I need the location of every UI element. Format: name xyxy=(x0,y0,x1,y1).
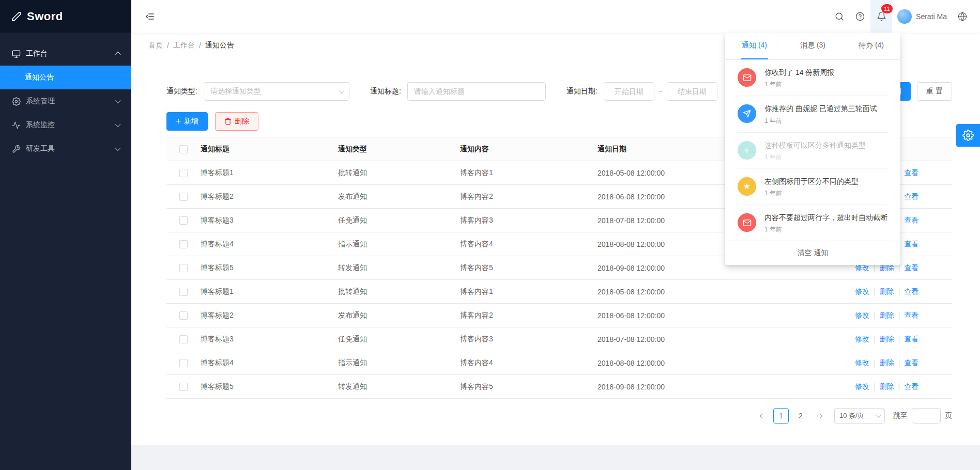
trash-icon xyxy=(224,118,232,125)
row-checkbox[interactable] xyxy=(179,288,188,296)
sidebar-item-label: 系统监控 xyxy=(26,120,116,130)
mail-icon xyxy=(738,213,756,232)
notice-title-input[interactable] xyxy=(407,82,546,101)
row-delete-link[interactable]: 删除 xyxy=(880,358,894,367)
notification-title: 你推荐的 曲妮妮 已通过第三轮面试 xyxy=(764,103,877,114)
next-page-button[interactable] xyxy=(813,408,827,424)
date-range-separator: ~ xyxy=(659,87,663,96)
cell-type: 任免通知 xyxy=(338,327,460,351)
add-button[interactable]: + 新增 xyxy=(166,112,208,131)
language-globe-icon[interactable] xyxy=(952,0,973,33)
jump-page-input[interactable] xyxy=(912,408,941,424)
notification-title: 左侧图标用于区分不同的类型 xyxy=(764,176,859,186)
pen-icon xyxy=(11,11,22,22)
start-date-input[interactable] xyxy=(604,82,654,101)
sidebar-item-system-mgmt[interactable]: 系统管理 xyxy=(0,89,131,113)
breadcrumb-home[interactable]: 首页 xyxy=(148,41,163,50)
notification-text: 这种模板可以区分多种通知类型 1 年前 xyxy=(764,140,866,162)
sidebar-item-workbench[interactable]: 工作台 xyxy=(0,42,131,66)
row-edit-link[interactable]: 修改 xyxy=(855,358,869,367)
reset-button[interactable]: 重 置 xyxy=(917,82,952,101)
row-edit-link[interactable]: 修改 xyxy=(855,311,869,319)
sidebar-item-notice[interactable]: 通知公告 xyxy=(0,66,131,89)
notification-item[interactable]: 你推荐的 曲妮妮 已通过第三轮面试 1 年前 xyxy=(738,96,888,132)
row-delete-link[interactable]: 删除 xyxy=(880,311,894,319)
row-view-link[interactable]: 查看 xyxy=(904,358,918,367)
user-menu[interactable]: Serati Ma xyxy=(892,0,952,33)
notification-item-read[interactable]: + 这种模板可以区分多种通知类型 1 年前 xyxy=(738,133,888,169)
activity-icon xyxy=(11,121,21,130)
help-circle-icon[interactable] xyxy=(850,0,870,33)
cell-type: 发布通知 xyxy=(338,185,460,209)
cell-title: 博客标题4 xyxy=(201,351,338,375)
page-button-1[interactable]: 1 xyxy=(773,408,789,424)
row-checkbox[interactable] xyxy=(179,169,188,177)
logo[interactable]: Sword xyxy=(0,0,131,33)
row-checkbox[interactable] xyxy=(179,311,188,320)
clear-notifications-button[interactable]: 清空 通知 xyxy=(725,241,900,265)
cell-date: 2018-08-08 12:00:00 xyxy=(598,351,855,375)
row-view-link[interactable]: 查看 xyxy=(904,240,918,248)
cell-type: 指示通知 xyxy=(338,232,460,256)
cell-type: 批转通知 xyxy=(338,161,460,185)
chevron-down-icon xyxy=(115,98,120,103)
delete-button[interactable]: 删除 xyxy=(215,112,258,131)
row-delete-link[interactable]: 删除 xyxy=(880,287,894,295)
column-header-title: 通知标题 xyxy=(201,137,338,161)
row-view-link[interactable]: 查看 xyxy=(904,335,918,343)
row-checkbox[interactable] xyxy=(179,193,188,201)
select-all-checkbox[interactable] xyxy=(179,145,188,153)
tab-notice[interactable]: 通知 (4) xyxy=(725,33,784,59)
notifications-bell[interactable]: 11 xyxy=(870,0,892,33)
search-icon[interactable] xyxy=(829,0,850,33)
table-row: 博客标题3 任免通知 博客内容3 2018-07-08 12:00:00 修改|… xyxy=(166,327,952,351)
row-edit-link[interactable]: 修改 xyxy=(855,287,869,295)
settings-gear-button[interactable] xyxy=(956,124,980,147)
row-view-link[interactable]: 查看 xyxy=(904,168,918,177)
row-view-link[interactable]: 查看 xyxy=(904,311,918,319)
cell-content: 博客内容4 xyxy=(460,351,598,375)
notification-tabs: 通知 (4) 消息 (3) 待办 (4) xyxy=(725,33,900,60)
notification-item[interactable]: 你收到了 14 份新周报 1 年前 xyxy=(738,60,888,96)
row-view-link[interactable]: 查看 xyxy=(904,382,918,390)
cell-date: 2018-05-08 12:00:00 xyxy=(598,280,855,304)
sidebar-item-label: 研发工具 xyxy=(26,144,116,153)
page-button-2[interactable]: 2 xyxy=(793,408,808,424)
breadcrumb-workbench[interactable]: 工作台 xyxy=(173,41,195,50)
notification-text: 你收到了 14 份新周报 1 年前 xyxy=(764,67,834,89)
row-checkbox[interactable] xyxy=(179,335,188,343)
notification-item[interactable]: 内容不要超过两行字，超出时自动截断 1 年前 xyxy=(738,205,888,241)
header-actions: 11 Serati Ma xyxy=(829,0,973,33)
sidebar-item-system-monitor[interactable]: 系统监控 xyxy=(0,113,131,137)
plus-icon: + xyxy=(738,141,756,160)
sidebar: Sword 工作台 通知公告 系统管理 xyxy=(0,0,131,470)
cell-content: 博客内容2 xyxy=(460,185,598,209)
add-button-label: 新增 xyxy=(184,117,198,126)
row-view-link[interactable]: 查看 xyxy=(904,216,918,224)
row-checkbox[interactable] xyxy=(179,216,188,225)
row-checkbox[interactable] xyxy=(179,383,188,391)
notice-type-select[interactable]: 请选择通知类型 xyxy=(204,82,349,101)
cell-content: 博客内容4 xyxy=(460,232,598,256)
row-checkbox[interactable] xyxy=(179,359,188,367)
row-edit-link[interactable]: 修改 xyxy=(855,335,869,343)
row-edit-link[interactable]: 修改 xyxy=(855,382,869,390)
menu-fold-icon[interactable] xyxy=(145,11,155,22)
row-checkbox[interactable] xyxy=(179,264,188,272)
prev-page-button[interactable] xyxy=(755,408,769,424)
row-view-link[interactable]: 查看 xyxy=(904,263,918,272)
breadcrumb-separator: / xyxy=(199,41,201,50)
tab-todo[interactable]: 待办 (4) xyxy=(842,33,900,59)
row-delete-link[interactable]: 删除 xyxy=(880,335,894,343)
row-delete-link[interactable]: 删除 xyxy=(880,382,894,390)
sidebar-item-dev-tools[interactable]: 研发工具 xyxy=(0,137,131,161)
tab-message[interactable]: 消息 (3) xyxy=(784,33,842,59)
page-size-select[interactable]: 10 条/页 xyxy=(834,408,885,424)
row-view-link[interactable]: 查看 xyxy=(904,287,918,295)
notification-item[interactable]: ★ 左侧图标用于区分不同的类型 1 年前 xyxy=(738,169,888,205)
row-view-link[interactable]: 查看 xyxy=(904,192,918,200)
cell-content: 博客内容5 xyxy=(460,375,598,399)
row-checkbox[interactable] xyxy=(179,240,188,248)
cell-content: 博客内容3 xyxy=(460,327,598,351)
end-date-input[interactable] xyxy=(667,82,717,101)
